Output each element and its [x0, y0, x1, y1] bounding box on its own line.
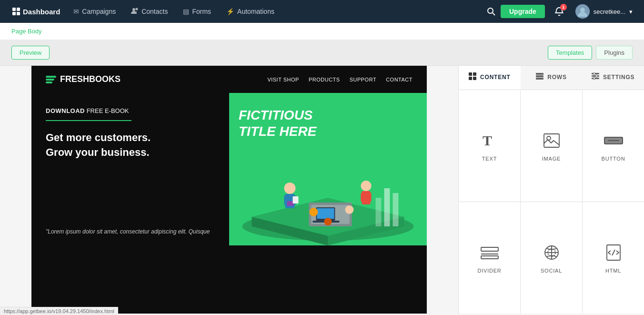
- svg-point-30: [324, 218, 332, 225]
- toolbar-left: Preview: [11, 46, 50, 60]
- svg-rect-20: [376, 198, 382, 226]
- svg-text:T: T: [483, 132, 492, 148]
- editor-toolbar: Preview Templates Plugins: [0, 40, 644, 66]
- html-block-icon: [603, 242, 624, 263]
- block-html[interactable]: HTML: [583, 202, 644, 314]
- notifications-button[interactable]: 1: [551, 3, 568, 20]
- svg-rect-39: [592, 75, 599, 77]
- email-tagline: Get more customers. Grow your business.: [46, 131, 215, 160]
- tab-rows[interactable]: ROWS: [521, 66, 583, 90]
- email-quote: "Lorem ipsum dolor sit amet, consectetur…: [46, 227, 215, 236]
- svg-rect-21: [384, 188, 390, 226]
- svg-rect-41: [594, 72, 595, 75]
- image-block-label: IMAGE: [542, 156, 561, 162]
- svg-rect-26: [317, 208, 334, 219]
- svg-rect-31: [469, 72, 472, 76]
- content-tab-icon: [469, 72, 476, 81]
- email-nav-visitshop: VISIT SHOP: [267, 77, 299, 82]
- email-nav-support: SUPPORT: [350, 77, 376, 82]
- upgrade-button[interactable]: Upgrade: [501, 5, 545, 18]
- email-download-label: DOWNLOAD FREE E-BOOK: [46, 107, 215, 114]
- user-menu[interactable]: secretkee... ▾: [572, 4, 636, 19]
- contacts-label: Contacts: [141, 8, 168, 15]
- text-block-label: TEXT: [482, 156, 497, 162]
- rows-tab-icon: [536, 73, 543, 81]
- svg-rect-37: [536, 78, 543, 80]
- user-name: secretkee...: [594, 8, 625, 15]
- dashboard-nav-item[interactable]: Dashboard: [8, 8, 65, 16]
- freshbooks-logo: FRESHBOOKS: [46, 74, 121, 84]
- svg-rect-36: [536, 75, 543, 77]
- block-social[interactable]: SOCIAL: [521, 202, 582, 314]
- block-divider[interactable]: DIVIDER: [459, 202, 520, 314]
- tab-settings[interactable]: SETTINGS: [582, 66, 644, 90]
- settings-tab-icon: [592, 72, 599, 81]
- svg-rect-52: [481, 256, 498, 259]
- fb-logo-icon: [46, 76, 56, 83]
- fb-brand-name: FRESHBOOKS: [60, 74, 121, 84]
- top-navigation: Dashboard ✉ Campaigns Contacts ▤ Forms ⚡…: [0, 0, 644, 23]
- breadcrumb-bar: Page Body: [0, 23, 644, 40]
- main-content-area: FRESHBOOKS VISIT SHOP PRODUCTS SUPPORT C…: [0, 66, 644, 314]
- email-hero: DOWNLOAD FREE E-BOOK Get more customers.…: [31, 93, 427, 245]
- email-illustration: [229, 150, 427, 245]
- svg-rect-15: [293, 196, 299, 203]
- email-nav: VISIT SHOP PRODUCTS SUPPORT CONTACT: [267, 77, 413, 82]
- svg-point-10: [284, 183, 296, 194]
- email-body: FRESHBOOKS VISIT SHOP PRODUCTS SUPPORT C…: [31, 66, 427, 314]
- svg-rect-12: [284, 195, 287, 205]
- user-chevron-icon: ▾: [629, 8, 633, 15]
- forms-nav-item[interactable]: ▤ Forms: [176, 0, 218, 23]
- campaigns-nav-item[interactable]: ✉ Campaigns: [67, 0, 122, 23]
- svg-rect-40: [592, 78, 599, 79]
- notification-badge: 1: [560, 4, 567, 10]
- svg-point-0: [132, 8, 135, 11]
- editor-sidebar: CONTENT ROWS: [458, 66, 644, 314]
- automations-label: Automations: [237, 8, 274, 15]
- divider-block-label: DIVIDER: [477, 268, 501, 274]
- svg-rect-19: [369, 193, 372, 202]
- svg-point-28: [310, 208, 318, 216]
- contacts-nav-item[interactable]: Contacts: [124, 0, 174, 23]
- block-image[interactable]: IMAGE: [521, 90, 582, 202]
- email-nav-products: PRODUCTS: [309, 77, 340, 82]
- email-divider-line: [46, 120, 131, 121]
- plugins-button[interactable]: Plugins: [596, 46, 633, 60]
- svg-line-58: [612, 250, 615, 255]
- svg-rect-22: [393, 193, 399, 226]
- dashboard-label: Dashboard: [23, 8, 60, 16]
- breadcrumb-link[interactable]: Page Body: [11, 28, 42, 35]
- url-bar: https://app.getbee.io/v19.04.29.1450/ind…: [0, 307, 118, 315]
- block-button[interactable]: BUTTON: [583, 90, 644, 202]
- sidebar-tabs: CONTENT ROWS: [459, 66, 644, 90]
- email-preview-panel: FRESHBOOKS VISIT SHOP PRODUCTS SUPPORT C…: [0, 66, 458, 314]
- svg-point-16: [361, 181, 372, 191]
- svg-rect-14: [287, 201, 294, 206]
- tab-content[interactable]: CONTENT: [459, 66, 521, 90]
- text-block-icon: T: [479, 130, 500, 151]
- campaigns-icon: ✉: [73, 8, 79, 15]
- svg-rect-42: [596, 75, 597, 77]
- email-header: FRESHBOOKS VISIT SHOP PRODUCTS SUPPORT C…: [31, 66, 427, 93]
- social-block-icon: [541, 242, 562, 263]
- divider-block-icon: [479, 242, 500, 263]
- block-text[interactable]: T TEXT: [459, 90, 520, 202]
- svg-rect-38: [592, 73, 599, 74]
- content-tab-label: CONTENT: [480, 74, 511, 81]
- svg-rect-33: [469, 77, 472, 80]
- templates-button[interactable]: Templates: [548, 46, 592, 60]
- svg-rect-35: [536, 73, 543, 75]
- svg-point-1: [136, 8, 138, 10]
- image-block-icon: [541, 130, 562, 151]
- svg-point-2: [488, 8, 493, 13]
- social-block-label: SOCIAL: [541, 268, 562, 274]
- preview-button[interactable]: Preview: [11, 46, 50, 60]
- user-avatar: [575, 4, 590, 19]
- rows-tab-label: ROWS: [547, 74, 567, 81]
- email-nav-contact: CONTACT: [386, 77, 413, 82]
- email-hero-left: DOWNLOAD FREE E-BOOK Get more customers.…: [31, 93, 229, 245]
- search-button[interactable]: [483, 4, 499, 19]
- forms-label: Forms: [192, 8, 211, 15]
- email-frame: FRESHBOOKS VISIT SHOP PRODUCTS SUPPORT C…: [31, 66, 427, 314]
- automations-nav-item[interactable]: ⚡ Automations: [220, 0, 281, 23]
